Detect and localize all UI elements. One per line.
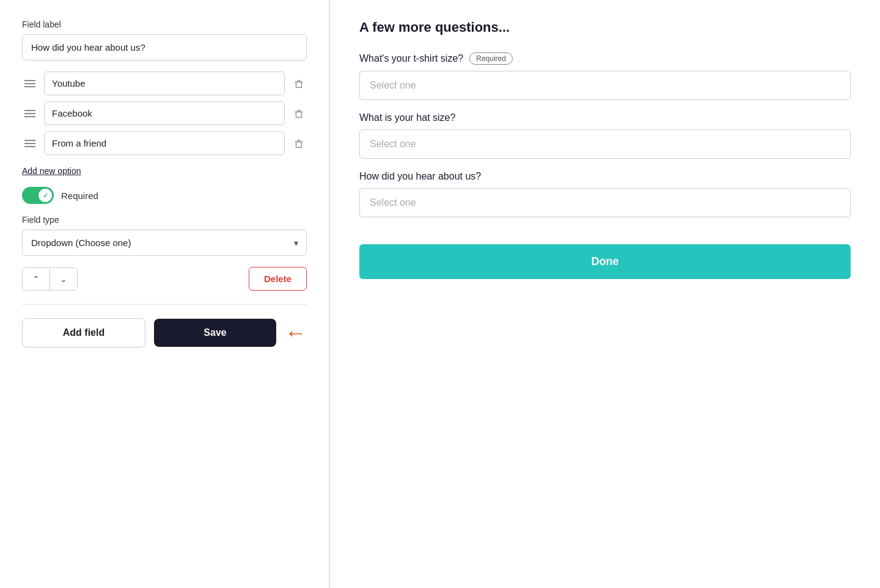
drag-handle[interactable] bbox=[22, 107, 38, 120]
option-row bbox=[22, 131, 307, 155]
field-type-select[interactable]: Dropdown (Choose one) Multiple choice Ch… bbox=[22, 230, 307, 256]
toggle-check-icon: ✓ bbox=[43, 192, 48, 200]
reorder-delete-row: ⌃ ⌄ Delete bbox=[22, 267, 307, 291]
field-label-input[interactable] bbox=[22, 34, 307, 60]
question-label-row: How did you hear about us? bbox=[359, 171, 851, 182]
add-field-button[interactable]: Add field bbox=[22, 318, 145, 347]
required-badge: Required bbox=[469, 53, 513, 65]
question-select[interactable]: Select one bbox=[359, 71, 851, 100]
bottom-buttons: Add field Save ← bbox=[22, 318, 307, 347]
toggle-knob: ✓ bbox=[38, 189, 52, 202]
move-up-button[interactable]: ⌃ bbox=[23, 268, 50, 290]
select-placeholder-text: Select one bbox=[370, 197, 416, 208]
preview-question: How did you hear about us? Select one bbox=[359, 171, 851, 217]
field-label-section-title: Field label bbox=[22, 20, 307, 29]
save-button[interactable]: Save bbox=[154, 319, 276, 347]
left-panel: Field label bbox=[0, 0, 330, 588]
move-down-button[interactable]: ⌄ bbox=[50, 268, 77, 290]
field-type-section-label: Field type bbox=[22, 215, 307, 225]
right-panel: A few more questions... What's your t-sh… bbox=[330, 0, 880, 588]
field-label-section: Field label bbox=[22, 20, 307, 60]
question-label-row: What is your hat size? bbox=[359, 112, 851, 123]
select-placeholder-text: Select one bbox=[370, 80, 416, 91]
field-type-section: Field type Dropdown (Choose one) Multipl… bbox=[22, 215, 307, 256]
required-toggle-row: ✓ Required bbox=[22, 187, 307, 204]
preview-question: What is your hat size? Select one bbox=[359, 112, 851, 159]
preview-title: A few more questions... bbox=[359, 20, 851, 35]
arrow-indicator-icon: ← bbox=[285, 322, 307, 344]
delete-option-button[interactable] bbox=[291, 136, 307, 151]
delete-option-button[interactable] bbox=[291, 76, 307, 92]
add-new-option-button[interactable]: Add new option bbox=[22, 166, 81, 176]
required-toggle-label: Required bbox=[61, 191, 98, 201]
drag-handle[interactable] bbox=[22, 78, 38, 90]
option-input[interactable] bbox=[44, 131, 285, 155]
reorder-buttons: ⌃ ⌄ bbox=[22, 267, 78, 291]
drag-handle[interactable] bbox=[22, 137, 38, 150]
question-select[interactable]: Select one bbox=[359, 188, 851, 217]
option-input[interactable] bbox=[44, 101, 285, 125]
required-toggle[interactable]: ✓ bbox=[22, 187, 54, 204]
question-label-row: What's your t-shirt size? Required bbox=[359, 53, 851, 65]
done-button[interactable]: Done bbox=[359, 244, 851, 279]
options-list bbox=[22, 71, 307, 155]
delete-option-button[interactable] bbox=[291, 106, 307, 122]
question-label: What's your t-shirt size? bbox=[359, 53, 463, 64]
select-placeholder-text: Select one bbox=[370, 139, 416, 150]
option-input[interactable] bbox=[44, 71, 285, 95]
delete-field-button[interactable]: Delete bbox=[249, 267, 307, 291]
question-select[interactable]: Select one bbox=[359, 129, 851, 159]
question-label: How did you hear about us? bbox=[359, 171, 481, 182]
question-label: What is your hat size? bbox=[359, 112, 455, 123]
preview-question: What's your t-shirt size? Required Selec… bbox=[359, 53, 851, 100]
option-row bbox=[22, 101, 307, 125]
field-type-select-wrapper: Dropdown (Choose one) Multiple choice Ch… bbox=[22, 230, 307, 256]
option-row bbox=[22, 71, 307, 95]
divider bbox=[22, 304, 307, 305]
